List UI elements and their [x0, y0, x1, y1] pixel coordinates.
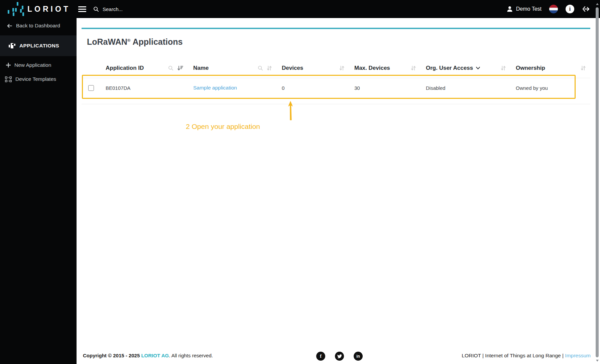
- column-search-icon[interactable]: [168, 65, 173, 71]
- column-search-icon[interactable]: [258, 65, 263, 71]
- table-bottom-border: [82, 104, 590, 104]
- cell-application-id: BE0107DA: [100, 78, 188, 98]
- accent-divider: [82, 28, 590, 29]
- header-cell-name[interactable]: Name: [188, 58, 276, 78]
- user-name: Demo Test: [516, 6, 542, 12]
- sort-icon[interactable]: [267, 65, 272, 71]
- tutorial-step-label: 2 Open your application: [186, 123, 260, 131]
- sidebar: Back to Dashboard APPLICATIONS New Appli…: [0, 18, 77, 364]
- loriot-logo-text: LORIOT: [27, 5, 71, 14]
- table-header-row: Application ID Name: [82, 58, 590, 78]
- back-arrow-icon: [7, 23, 12, 28]
- applications-icon: [9, 42, 15, 49]
- cell-max-devices: 30: [349, 78, 421, 98]
- sidebar-item-device-templates[interactable]: Device Templates: [0, 72, 77, 86]
- sidebar-item-new-application[interactable]: New Application: [0, 57, 77, 72]
- sort-descending-active-icon[interactable]: [177, 65, 183, 71]
- user-menu[interactable]: Demo Test: [506, 6, 542, 12]
- twitter-icon[interactable]: [335, 352, 344, 361]
- loriot-ag-link[interactable]: LORIOT AG: [141, 353, 169, 358]
- loriot-logo[interactable]: LORIOT: [5, 2, 74, 16]
- header-cell-select: [82, 58, 100, 78]
- scrollbar-up-arrow[interactable]: [596, 3, 599, 5]
- exit-session-icon[interactable]: [582, 5, 590, 13]
- global-search: [93, 6, 184, 12]
- row-checkbox-cell: [82, 78, 100, 98]
- footer: Copyright © 2015 - 2025 LORIOT AG. All r…: [77, 347, 600, 364]
- row-checkbox[interactable]: [88, 85, 94, 91]
- application-name-link[interactable]: Sample application: [193, 85, 237, 91]
- cell-devices: 0: [276, 78, 349, 98]
- cell-ownership: Owned by you: [510, 78, 590, 98]
- scrollbar-thumb[interactable]: [596, 7, 599, 357]
- search-icon: [93, 6, 99, 12]
- facebook-icon[interactable]: f: [316, 352, 325, 361]
- header-cell-application-id[interactable]: Application ID: [100, 58, 188, 78]
- main-content: LoRaWAN® Applications Application ID Nam…: [77, 18, 600, 364]
- copyright-text: Copyright © 2015 - 2025 LORIOT AG. All r…: [83, 353, 213, 358]
- back-to-dashboard-label: Back to Dashboard: [16, 23, 60, 29]
- search-input[interactable]: [102, 6, 184, 12]
- header-cell-org-user-access[interactable]: Org. User Access: [421, 58, 510, 78]
- device-templates-icon: [5, 76, 12, 82]
- header-cell-ownership[interactable]: Ownership: [510, 58, 590, 78]
- page-title: LoRaWAN® Applications: [87, 37, 183, 47]
- header-cell-devices[interactable]: Devices: [276, 58, 349, 78]
- page-scrollbar[interactable]: [594, 0, 600, 364]
- filter-chevron-down-icon[interactable]: [476, 66, 480, 70]
- info-icon[interactable]: i: [566, 5, 574, 13]
- impressum-link[interactable]: Impressum: [565, 353, 591, 358]
- table-row[interactable]: BE0107DA Sample application 0 30 Disable…: [82, 78, 590, 98]
- plus-icon: [6, 63, 11, 67]
- top-bar: LORIOT Demo Test i: [0, 0, 600, 18]
- sort-icon[interactable]: [581, 65, 586, 71]
- sort-icon[interactable]: [339, 65, 344, 71]
- applications-label: APPLICATIONS: [19, 43, 59, 49]
- sort-icon[interactable]: [411, 65, 416, 71]
- scrollbar-down-arrow[interactable]: [596, 360, 599, 362]
- device-templates-label: Device Templates: [15, 76, 56, 82]
- user-icon: [506, 6, 513, 12]
- new-application-label: New Application: [14, 62, 51, 68]
- header-cell-max-devices[interactable]: Max. Devices: [349, 58, 421, 78]
- sidebar-section-applications[interactable]: APPLICATIONS: [0, 35, 77, 56]
- netherlands-flag-icon[interactable]: [549, 5, 558, 13]
- footer-tagline: LORIOT | Internet of Things at Long Rang…: [462, 353, 591, 359]
- menu-hamburger-icon[interactable]: [78, 5, 86, 13]
- loriot-logo-icon: [5, 2, 24, 16]
- linkedin-icon[interactable]: in: [354, 352, 363, 361]
- cell-org-user-access: Disabled: [421, 78, 510, 98]
- sidebar-back-to-dashboard[interactable]: Back to Dashboard: [0, 18, 77, 33]
- sort-icon[interactable]: [501, 65, 506, 71]
